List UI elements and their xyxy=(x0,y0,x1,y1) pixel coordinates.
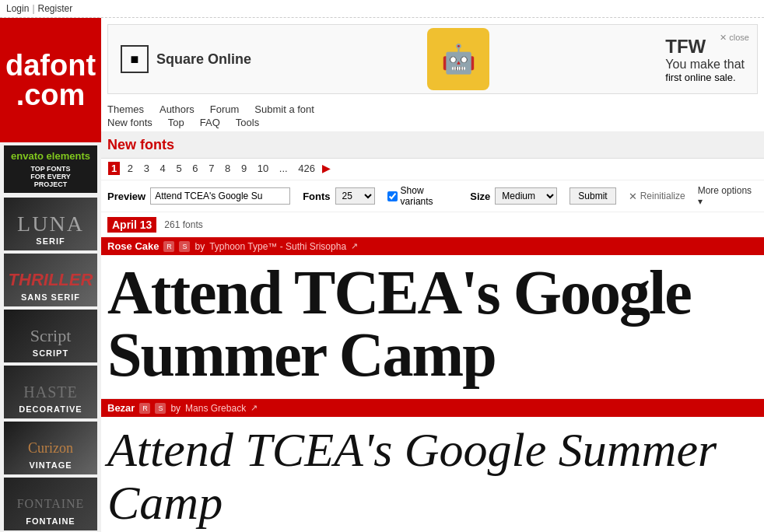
page-7[interactable]: 7 xyxy=(205,162,217,175)
nav-authors[interactable]: Authors xyxy=(159,103,195,115)
size-label: Size xyxy=(470,191,490,202)
font-by-bezar: by xyxy=(170,403,180,414)
sidebar-item-vintage[interactable]: Curizon VINTAGE xyxy=(4,422,97,474)
sidebar-item-script[interactable]: Script SCRIPT xyxy=(4,310,97,362)
ad-tfw-sub: You make that xyxy=(665,58,745,72)
font-icon-bezar-1[interactable]: R xyxy=(139,403,150,414)
sans-serif-label: SANS SERIF xyxy=(4,292,97,302)
script-label: SCRIPT xyxy=(4,348,97,358)
top-bar: Login | Register xyxy=(0,0,764,18)
ad-tfw-sub2: first online sale. xyxy=(665,72,745,83)
sidebar-item-fontaine[interactable]: FONTAINE FONTAINE xyxy=(4,478,97,530)
content: ■ Square Online 🤖 TFW You make that firs… xyxy=(101,18,764,532)
fonts-label: Fonts xyxy=(303,191,330,202)
reinitialize-link[interactable]: Reinitialize xyxy=(640,191,685,201)
date-header: April 13 261 fonts xyxy=(101,212,764,237)
font-row-rose-cake: Rose Cake R S by Typhoon Type™ - Suthi S… xyxy=(101,237,764,255)
page-8[interactable]: 8 xyxy=(222,162,233,175)
show-variants-label[interactable]: Show variants xyxy=(401,185,458,207)
logo[interactable]: dafont .com xyxy=(0,18,101,142)
ad-banner: ■ Square Online 🤖 TFW You make that firs… xyxy=(107,24,758,94)
font-preview-bezar: Attend TCEA's Google Summer Camp xyxy=(101,417,764,532)
font-name-bezar[interactable]: Bezar xyxy=(107,402,135,414)
controls-bar: Preview Fonts 25 50 100 Show variants Si… xyxy=(101,180,764,212)
page-title-bar: New fonts xyxy=(101,132,764,159)
sidebar-item-serif[interactable]: LUNA SERIF xyxy=(4,198,97,250)
ad-robot: 🤖 xyxy=(427,28,489,90)
nav-menu: Themes Authors Forum Submit a font New f… xyxy=(101,100,764,132)
preview-input[interactable] xyxy=(150,187,290,205)
page-1[interactable]: 1 xyxy=(108,162,120,175)
page-6[interactable]: 6 xyxy=(189,162,201,175)
font-author-rose-cake[interactable]: Typhoon Type™ - Suthi Srisopha xyxy=(209,241,346,252)
separator: | xyxy=(32,3,34,14)
more-options-button[interactable]: More options ▾ xyxy=(698,185,758,207)
bezar-text: Attend TCEA's Google Summer Camp xyxy=(107,423,758,529)
ad-square-text: Square Online xyxy=(156,51,251,68)
envato-tagline: TOP FONTSFOR EVERYPROJECT xyxy=(30,165,71,188)
decorative-label: DECORATIVE xyxy=(4,404,97,414)
fonts-count: 261 fonts xyxy=(164,219,202,230)
vintage-label: VINTAGE xyxy=(4,460,97,470)
page-ellipsis: ... xyxy=(276,162,291,175)
ad-square-icon: ■ xyxy=(121,45,149,73)
serif-label: SERIF xyxy=(4,236,97,246)
show-variants-checkbox[interactable] xyxy=(387,191,398,201)
size-select[interactable]: Small Medium Large X-Large xyxy=(495,187,557,205)
ad-square-brand: ■ Square Online xyxy=(121,45,251,73)
nav-faq[interactable]: FAQ xyxy=(200,117,220,128)
page-9[interactable]: 9 xyxy=(238,162,250,175)
envato-logo: envato elements xyxy=(11,150,90,162)
font-by-rose-cake: by xyxy=(195,241,205,252)
x-icon: ✕ xyxy=(629,191,637,202)
nav-themes[interactable]: Themes xyxy=(107,103,144,115)
nav-row-1: Themes Authors Forum Submit a font xyxy=(107,103,758,115)
fonts-select[interactable]: 25 50 100 xyxy=(335,187,375,205)
nav-tools[interactable]: Tools xyxy=(236,117,259,128)
show-variants-group: Show variants xyxy=(387,185,458,207)
size-group: Size Small Medium Large X-Large xyxy=(470,187,557,205)
font-icon-bezar-2[interactable]: S xyxy=(155,403,166,414)
fontaine-label: FONTAINE xyxy=(4,516,97,526)
pagination: 1 2 3 4 5 6 7 8 9 10 ... 426 ▶ xyxy=(101,159,764,180)
nav-submit[interactable]: Submit a font xyxy=(254,103,314,115)
sidebar: dafont .com envato elements TOP FONTSFOR… xyxy=(0,18,101,532)
rose-cake-text: Attend TCEA's Google Summer Camp xyxy=(107,261,758,386)
register-link[interactable]: Register xyxy=(38,3,73,14)
page-3[interactable]: 3 xyxy=(141,162,152,175)
ext-link-bezar[interactable]: ↗ xyxy=(251,403,258,413)
page-next-arrow[interactable]: ▶ xyxy=(322,163,330,174)
preview-label: Preview xyxy=(107,191,145,202)
nav-new-fonts[interactable]: New fonts xyxy=(107,117,152,128)
font-preview-rose-cake: Attend TCEA's Google Summer Camp xyxy=(101,255,764,399)
page-5[interactable]: 5 xyxy=(173,162,184,175)
page-4[interactable]: 4 xyxy=(157,162,169,175)
nav-top[interactable]: Top xyxy=(168,117,184,128)
ad-close-button[interactable]: ✕ close xyxy=(720,33,749,43)
page-title: New fonts xyxy=(107,137,758,153)
font-name-rose-cake[interactable]: Rose Cake xyxy=(107,240,159,252)
font-author-bezar[interactable]: Mans Greback xyxy=(185,403,246,414)
page-2[interactable]: 2 xyxy=(124,162,136,175)
sidebar-item-decorative[interactable]: HASTE DECORATIVE xyxy=(4,366,97,418)
font-icon-1[interactable]: R xyxy=(163,241,174,252)
submit-button[interactable]: Submit xyxy=(569,187,615,205)
page-last[interactable]: 426 xyxy=(295,162,318,175)
nav-forum[interactable]: Forum xyxy=(210,103,240,115)
preview-group: Preview xyxy=(107,187,290,205)
font-row-bezar: Bezar R S by Mans Greback ↗ xyxy=(101,399,764,417)
login-link[interactable]: Login xyxy=(6,3,29,14)
ext-link-rose-cake[interactable]: ↗ xyxy=(351,241,358,251)
envato-ad[interactable]: envato elements TOP FONTSFOR EVERYPROJEC… xyxy=(4,145,97,193)
font-icon-2[interactable]: S xyxy=(179,241,190,252)
fonts-group: Fonts 25 50 100 xyxy=(303,187,374,205)
date-badge: April 13 xyxy=(107,217,156,233)
sidebar-item-sans-serif[interactable]: THRILLER SANS SERIF xyxy=(4,254,97,306)
fonts-area: April 13 261 fonts Rose Cake R S by Typh… xyxy=(101,212,764,532)
logo-text: dafont .com xyxy=(5,51,96,110)
nav-row-2: New fonts Top FAQ Tools xyxy=(107,117,758,128)
page-10[interactable]: 10 xyxy=(254,162,272,175)
reinitialize-group: ✕ Reinitialize xyxy=(629,191,685,202)
main-layout: dafont .com envato elements TOP FONTSFOR… xyxy=(0,18,764,532)
